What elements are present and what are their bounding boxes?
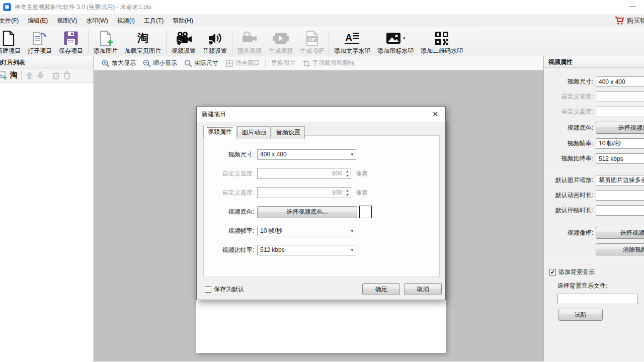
cart-icon <box>615 17 624 25</box>
new-project-dialog: 新建项目 ✕ 视频属性 图片动画 音频设置 视频尺寸: 400 x 400▾ 自… <box>196 106 446 300</box>
default-scale-select[interactable]: 裁剪图片边缘多余 <box>596 175 644 186</box>
chevron-down-icon: ▾ <box>351 228 353 233</box>
listen-button[interactable]: 试听 <box>558 309 603 321</box>
manual-crop-flip-button: 手动裁剪和翻转 <box>299 59 358 67</box>
make-gif-button: GIF 生成 GIF <box>296 28 327 56</box>
add-image-button[interactable]: 添加图片 <box>90 28 121 56</box>
cancel-button[interactable]: 取消 <box>404 283 442 295</box>
default-scale-label: 默认图片缩放: <box>544 176 596 185</box>
menu-video[interactable]: 视频(I) <box>113 14 139 27</box>
music-file-input[interactable] <box>557 294 638 304</box>
buy-software-label: 购买软件 <box>627 16 644 25</box>
frame-rate-select[interactable]: 10 帧/秒▾ <box>257 226 356 236</box>
slide-list[interactable] <box>0 82 94 361</box>
bitrate-select[interactable]: 512 kbps▾ <box>257 245 356 255</box>
make-video-icon <box>272 29 289 47</box>
video-frame-label: 视频像框: <box>544 229 596 237</box>
add-text-watermark-button[interactable]: A 添加文字水印 <box>331 28 374 56</box>
clear-video-frame-button[interactable]: 清除视频像框 <box>596 243 644 255</box>
custom-height-label: 自定义高度: <box>544 108 596 116</box>
minimize-button[interactable]: — <box>626 1 639 11</box>
audio-settings-icon <box>207 29 222 47</box>
save-default-checkbox[interactable] <box>205 286 211 293</box>
preview-video-button: 预览视频 <box>234 28 265 56</box>
tab-video-properties[interactable]: 视频属性 <box>203 126 236 138</box>
audio-settings-button[interactable]: 音频设置 <box>199 28 230 56</box>
app-icon <box>3 3 11 11</box>
dialog-tabs: 视频属性 图片动画 音频设置 <box>203 126 445 138</box>
dialog-footer: 保存为默认 确定 取消 <box>197 278 445 300</box>
pause-duration-label: 默认停顿时长: <box>544 206 596 215</box>
add-slide-image-icon[interactable] <box>0 70 8 81</box>
save-default-row[interactable]: 保存为默认 <box>205 285 244 294</box>
pause-duration-input[interactable] <box>596 205 644 216</box>
dialog-title: 新建项目 <box>202 110 430 119</box>
frame-rate-label: 视频帧率: <box>204 227 257 235</box>
dialog-tab-page: 视频尺寸: 400 x 400▾ 自定义宽度: ▲▼ 像素 自定义高度: ▲▼ … <box>203 135 440 277</box>
choose-bg-color-button[interactable]: 选择视频底色... <box>257 206 357 218</box>
title-bar: 神奇主图视频制作软件 3.0 (免费试用) - 未命名1.ptv — <box>0 0 644 14</box>
fit-window-icon <box>225 59 233 67</box>
video-size-select[interactable]: 400 x 400▾ <box>257 149 356 160</box>
anim-duration-label: 默认动画时长: <box>544 191 596 200</box>
bg-music-label: 添加背景音乐 <box>558 268 595 277</box>
open-project-button[interactable]: 打开项目 <box>24 28 55 56</box>
svg-text:A: A <box>345 32 352 43</box>
add-qrcode-watermark-button[interactable]: 添加二维码水印 <box>417 28 466 56</box>
menu-tools[interactable]: 工具(T) <box>139 14 168 27</box>
new-project-icon <box>1 29 16 47</box>
open-project-icon <box>31 29 48 47</box>
make-gif-icon: GIF <box>304 29 319 47</box>
video-settings-icon <box>175 29 192 47</box>
zoom-in-button[interactable]: 放大显示 <box>98 59 139 67</box>
video-properties-header: 视频属性 <box>544 56 644 68</box>
chevron-down-icon: ▾ <box>351 152 353 157</box>
menu-file[interactable]: 文件(F) <box>0 14 23 27</box>
add-icon-watermark-button[interactable]: ▾ 添加图标水印 <box>374 28 417 56</box>
pixels-unit-label: 像素 <box>356 169 368 178</box>
load-taobao-images-button[interactable]: 淘 加载宝贝图片 <box>121 28 165 56</box>
chevron-down-icon: ▾ <box>351 247 353 252</box>
taobao-icon[interactable]: 淘 <box>8 70 19 81</box>
actual-size-button[interactable]: 实际尺寸 <box>181 59 222 67</box>
window-title: 神奇主图视频制作软件 3.0 (免费试用) - 未命名1.ptv <box>15 3 151 12</box>
menu-watermark[interactable]: 水印(W) <box>82 14 112 27</box>
slide-list-toolbar: 淘 <box>0 68 94 82</box>
spinner-arrows-icon: ▲▼ <box>344 168 351 178</box>
menu-edit[interactable]: 编辑(E) <box>23 14 52 27</box>
menu-view[interactable]: 视图(V) <box>52 14 82 27</box>
bg-color-swatch[interactable] <box>359 206 372 218</box>
frame-rate-select[interactable]: 10 帧/秒▾ <box>596 138 644 149</box>
custom-width-label: 自定义宽度: <box>204 169 257 178</box>
zoom-out-button[interactable]: 缩小显示 <box>139 59 181 67</box>
bg-color-label: 视频底色: <box>544 124 596 132</box>
slide-list-header: 幻灯片列表 <box>0 56 94 68</box>
replace-image-button: 更换图片 <box>268 59 299 67</box>
spinner-arrows-icon: ▲▼ <box>344 188 351 198</box>
video-size-select[interactable]: 400 x 400▾ <box>596 76 644 87</box>
save-project-button[interactable]: 保存项目 <box>55 28 87 56</box>
slide-list-panel: 幻灯片列表 淘 <box>0 56 94 361</box>
tab-audio-settings[interactable]: 音频设置 <box>272 126 305 139</box>
tab-image-animation[interactable]: 图片动画 <box>237 126 271 139</box>
new-project-button[interactable]: 新建项目 <box>0 28 24 56</box>
zoom-toolbar: 放大显示 缩小显示 实际尺寸 适合窗口 更换图片 手动裁剪和翻转 <box>94 56 543 70</box>
bitrate-select[interactable]: 512 kbps▾ <box>596 153 644 164</box>
choose-video-frame-button[interactable]: 选择视频像框... <box>596 227 644 239</box>
choose-bg-color-button[interactable]: 选择视频底色... <box>596 122 644 134</box>
ok-button[interactable]: 确定 <box>362 283 400 295</box>
chevron-down-icon: ▾ <box>403 36 406 41</box>
anim-duration-input[interactable] <box>596 190 644 201</box>
bg-music-checkbox-row[interactable]: ✔ 添加背景音乐 <box>549 268 644 277</box>
video-settings-button[interactable]: 视频设置 <box>168 28 199 56</box>
delete-slide-icon <box>50 70 61 81</box>
text-watermark-icon: A <box>344 29 360 47</box>
bg-music-checkbox[interactable]: ✔ <box>549 269 556 276</box>
main-toolbar: 新建项目 打开项目 保存项目 添加图片 淘 加载宝贝图片 视频设置 音频设置 <box>0 27 644 56</box>
panel-separator <box>544 261 644 262</box>
app-window: { "window": { "title": "神奇主图视频制作软件 3.0 (… <box>0 0 644 362</box>
custom-width-spinner: ▲▼ <box>257 168 351 179</box>
buy-software-button[interactable]: 购买软件 <box>615 14 644 27</box>
menu-help[interactable]: 帮助(H) <box>168 14 198 27</box>
close-icon[interactable]: ✕ <box>430 110 440 118</box>
